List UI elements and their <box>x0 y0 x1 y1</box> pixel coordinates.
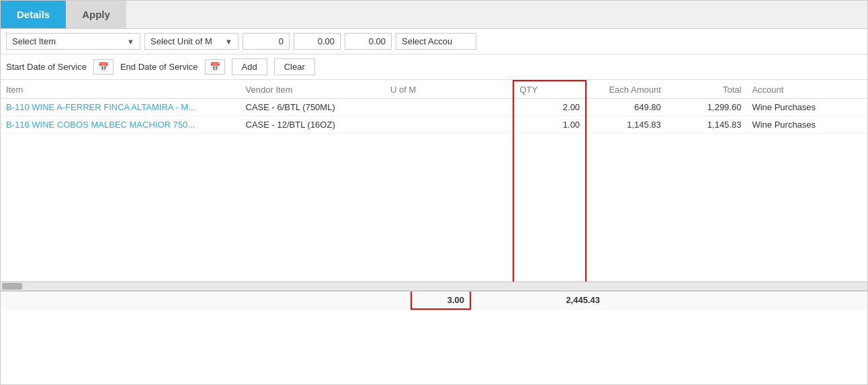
row1-item[interactable]: B-110 WINE A-FERRER FINCA ALTAMIRA - M..… <box>1 99 241 116</box>
row2-qty: 1.00 <box>513 116 586 134</box>
items-table: Item Vendor Item U of M QTY Each Amount … <box>1 80 867 282</box>
row1-total: 1,299.60 <box>666 99 747 116</box>
col-header-qty: QTY <box>513 81 586 99</box>
toolbar-row: Select Item ▼ Select Unit of M ▼ Select … <box>1 29 867 54</box>
col-header-total: Total <box>666 81 747 99</box>
select-uom-dropdown[interactable]: Select Unit of M ▼ <box>144 33 238 50</box>
select-item-label: Select Item <box>12 36 123 46</box>
start-date-calendar-icon[interactable]: 📅 <box>93 59 114 75</box>
footer-vendor <box>182 292 303 310</box>
qty-input[interactable] <box>243 33 290 50</box>
table-header-row: Item Vendor Item U of M QTY Each Amount … <box>1 81 867 99</box>
start-date-label: Start Date of Service <box>6 62 87 72</box>
select-item-arrow-icon: ▼ <box>127 38 134 46</box>
row1-account: Wine Purchases <box>746 99 867 116</box>
select-account-label: Select Accou <box>402 36 470 46</box>
select-item-dropdown[interactable]: Select Item ▼ <box>6 33 140 50</box>
table-wrapper: Item Vendor Item U of M QTY Each Amount … <box>1 80 867 282</box>
footer-account <box>605 292 706 310</box>
table-row: B-116 WINE COBOS MALBEC MACHIOR 750... C… <box>1 116 867 134</box>
end-date-label: End Date of Service <box>120 62 198 72</box>
row1-vendor: CASE - 6/BTL (750ML) <box>241 99 385 116</box>
col-header-item: Item <box>1 81 241 99</box>
col-header-vendor: Vendor Item <box>241 81 385 99</box>
footer-item <box>1 292 182 310</box>
amount2-input[interactable] <box>345 33 392 50</box>
footer-qty: 3.00 <box>410 292 471 310</box>
tab-details[interactable]: Details <box>1 1 66 28</box>
add-button[interactable]: Add <box>232 58 267 75</box>
row2-uom <box>385 116 513 134</box>
col-header-uom: U of M <box>385 81 513 99</box>
date-row: Start Date of Service 📅 End Date of Serv… <box>1 54 867 80</box>
row2-vendor: CASE - 12/BTL (16OZ) <box>241 116 385 134</box>
scrollbar-thumb[interactable] <box>2 283 22 290</box>
end-date-calendar-icon[interactable]: 📅 <box>205 59 225 75</box>
select-uom-label: Select Unit of M <box>150 36 221 46</box>
footer-uom <box>303 292 410 310</box>
row1-uom <box>385 99 513 116</box>
empty-space-row <box>1 134 867 282</box>
footer-each <box>471 292 538 310</box>
select-uom-arrow-icon: ▼ <box>225 38 232 46</box>
row2-item[interactable]: B-116 WINE COBOS MALBEC MACHIOR 750... <box>1 116 241 134</box>
col-header-account: Account <box>746 81 867 99</box>
row1-each: 649.80 <box>586 99 666 116</box>
main-container: Details Apply Select Item ▼ Select Unit … <box>0 0 868 385</box>
tab-apply[interactable]: Apply <box>66 1 126 28</box>
clear-button[interactable]: Clear <box>274 58 315 75</box>
row2-total: 1,145.83 <box>666 116 747 134</box>
table-row: B-110 WINE A-FERRER FINCA ALTAMIRA - M..… <box>1 99 867 116</box>
select-account-dropdown[interactable]: Select Accou <box>396 33 476 50</box>
col-header-each: Each Amount <box>586 81 666 99</box>
row2-each: 1,145.83 <box>586 116 666 134</box>
amount1-input[interactable] <box>294 33 341 50</box>
footer-total: 2,445.43 <box>538 292 605 310</box>
horizontal-scrollbar[interactable] <box>1 282 867 291</box>
row1-qty: 2.00 <box>513 99 586 116</box>
row2-account: Wine Purchases <box>746 116 867 134</box>
footer-row: 3.00 2,445.43 <box>1 291 867 310</box>
tab-row: Details Apply <box>1 1 867 29</box>
